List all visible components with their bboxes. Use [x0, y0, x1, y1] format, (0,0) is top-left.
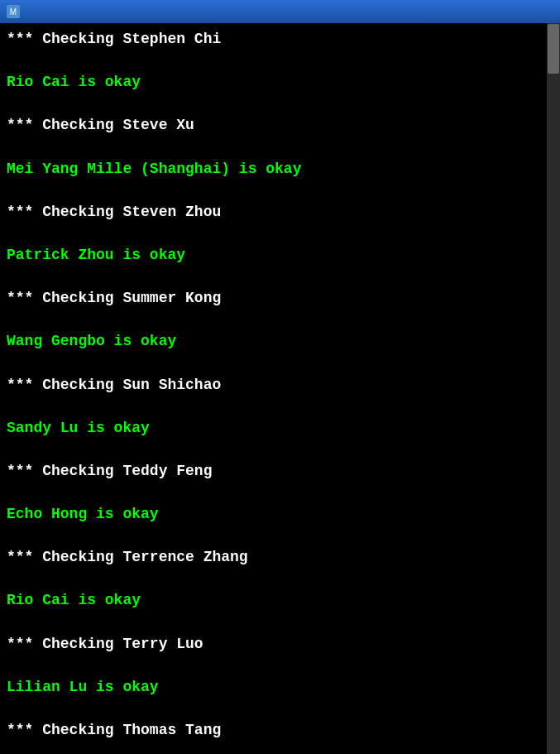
scrollbar[interactable] — [547, 23, 560, 754]
console-line: *** Checking Summer Kong — [7, 287, 553, 309]
console-line: *** Checking Steven Zhou — [7, 201, 553, 223]
console-line: Echo Hong is okay — [7, 503, 553, 525]
console-area: *** Checking Stephen ChiRio Cai is okay*… — [0, 23, 560, 754]
console-line: *** Checking Teddy Feng — [7, 460, 553, 482]
console-line: *** Checking Thomas Tang — [7, 719, 553, 741]
console-line: Rio Cai is okay — [7, 71, 553, 93]
console-line: Lilian Lu is okay — [7, 676, 553, 698]
console-line: *** Checking Steve Xu — [7, 114, 553, 136]
console-line: Patrick Zhou is okay — [7, 244, 553, 266]
console-line: *** Checking Terrence Zhang — [7, 546, 553, 568]
scrollbar-thumb[interactable] — [548, 24, 559, 74]
console-line: Rio Cai is okay — [7, 589, 553, 611]
console-line: Sandy Lu is okay — [7, 417, 553, 439]
console-line: *** Checking Sun Shichao — [7, 374, 553, 396]
console-line: *** Checking Terry Luo — [7, 633, 553, 655]
console-line: Wang Gengbo is okay — [7, 330, 553, 352]
console-line: *** Checking Stephen Chi — [7, 28, 553, 50]
console-line: Mei Yang Mille (Shanghai) is okay — [7, 158, 553, 180]
title-bar-icon: M — [7, 5, 20, 18]
title-bar: M — [0, 0, 560, 23]
